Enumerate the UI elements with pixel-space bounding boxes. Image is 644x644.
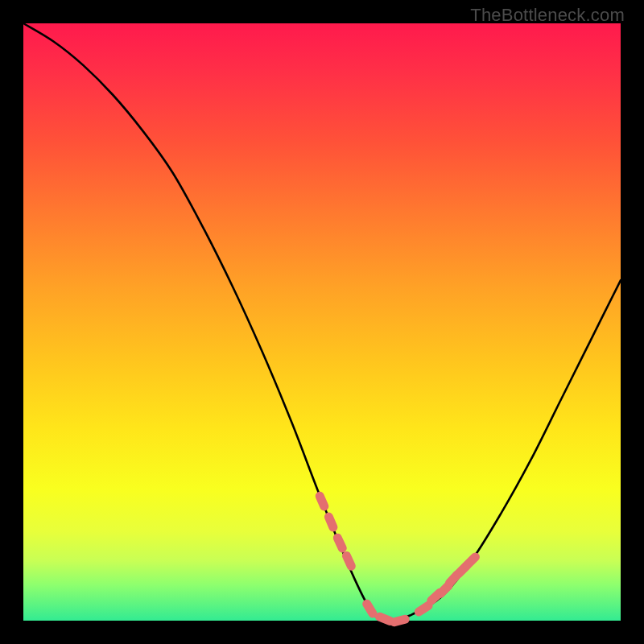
curve-svg: [23, 23, 621, 621]
highlight-dot: [440, 586, 448, 594]
highlight-dot: [320, 496, 324, 506]
highlight-dot: [337, 538, 342, 548]
highlight-dot: [468, 557, 476, 565]
plot-area: [23, 23, 621, 621]
highlight-dot: [347, 555, 352, 566]
highlight-dot: [367, 604, 373, 613]
highlight-dot: [419, 605, 428, 612]
chart-frame: TheBottleneck.com: [0, 0, 644, 644]
highlight-dot: [379, 617, 390, 621]
bottleneck-curve: [23, 23, 621, 621]
highlight-dots: [320, 496, 475, 622]
highlight-dot: [328, 517, 333, 527]
highlight-dot: [394, 619, 406, 622]
